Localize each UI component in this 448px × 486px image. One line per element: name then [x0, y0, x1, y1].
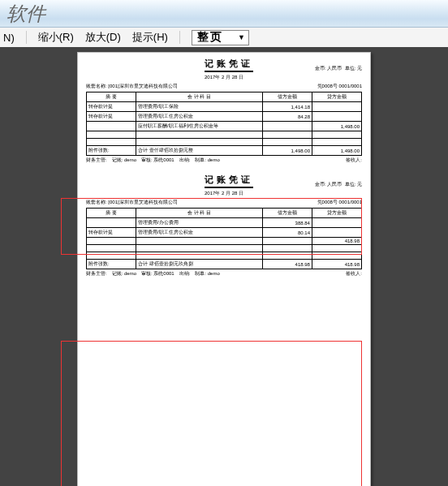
table-row — [87, 139, 362, 146]
voucher-number: 凭0008号 0001/0001 — [317, 199, 362, 206]
zoom-value: 整页 — [197, 30, 231, 45]
table-row — [87, 131, 362, 139]
table-row — [87, 252, 362, 260]
table-row — [87, 245, 362, 252]
col-debit: 借方金额 — [262, 92, 312, 102]
voucher-table-1: 摘 要 会 计 科 目 借方金额 贷方金额 转存款计提管理费用/职工保险1,41… — [86, 92, 362, 156]
menu-shrink[interactable]: 缩小(R) — [38, 30, 74, 45]
zoom-dropdown[interactable]: 整页 ▼ — [192, 30, 249, 45]
table-row: 转存款计提管理费用/职工保险1,414.18 — [87, 102, 362, 112]
separator — [26, 31, 27, 44]
voucher-2: 记账凭证 金币: 人民币 单位: 元 2017年 2 月 28 日 账套名称: … — [86, 174, 362, 277]
table-row: 转存款计提管理费用/职工住房公积金80.14 — [87, 228, 362, 238]
col-subject: 会 计 科 目 — [136, 92, 263, 102]
spacer — [86, 164, 362, 174]
col-summary: 摘 要 — [87, 209, 136, 218]
voucher-currency: 金币: 人民币 单位: 元 — [315, 181, 362, 188]
voucher-date: 2017年 2 月 28 日 — [86, 190, 362, 197]
table-total: 附件张数:合计 肆佰壹拾捌元玖角捌418.98418.98 — [87, 260, 362, 269]
voucher-currency: 金币: 人民币 单位: 元 — [315, 65, 362, 72]
table-row: 管理费用/办公费用388.84 — [87, 218, 362, 228]
table-total: 附件张数:合计 壹仟肆佰玖拾捌元整1,498.001,498.00 — [87, 146, 362, 156]
table-row: 应付职工薪酬/职工福利/住房公积金等1,498.00 — [87, 122, 362, 131]
chevron-down-icon: ▼ — [238, 33, 247, 41]
window-titlebar: 软件 — [0, 0, 448, 28]
voucher-table-2: 摘 要 会 计 科 目 借方金额 贷方金额 管理费用/办公费用388.84 转存… — [86, 208, 362, 269]
voucher-footer-1: 财务主管: 记账: demo 审核: 系统0001 出纳: 制单: demo 签… — [86, 157, 362, 164]
table-header: 摘 要 会 计 科 目 借方金额 贷方金额 — [87, 209, 362, 218]
app-title: 软件 — [6, 1, 45, 27]
voucher-title: 记账凭证 — [205, 174, 253, 188]
col-credit: 贷方金额 — [312, 92, 361, 102]
voucher-number: 凭0008号 0001/0001 — [317, 83, 362, 90]
voucher-date: 2017年 2 月 28 日 — [86, 74, 362, 81]
voucher-title: 记账凭证 — [205, 58, 253, 72]
col-summary: 摘 要 — [87, 92, 136, 102]
preview-stage: 记账凭证 金币: 人民币 单位: 元 2017年 2 月 28 日 账套名称: … — [0, 47, 448, 486]
col-credit: 贷方金额 — [312, 209, 361, 218]
company-name: 账套名称: [001]深圳市里艾迪科技有限公司 — [86, 199, 178, 206]
company-name: 账套名称: [001]深圳市里艾迪科技有限公司 — [86, 83, 178, 90]
table-row: 转存款计提管理费用/职工住房公积金84.28 — [87, 112, 362, 122]
page-inner: 记账凭证 金币: 人民币 单位: 元 2017年 2 月 28 日 账套名称: … — [78, 53, 370, 486]
voucher-1: 记账凭证 金币: 人民币 单位: 元 2017年 2 月 28 日 账套名称: … — [86, 58, 362, 164]
table-header: 摘 要 会 计 科 目 借方金额 贷方金额 — [87, 92, 362, 102]
toolbar: N) 缩小(R) 放大(D) 提示(H) 整页 ▼ — [0, 28, 448, 47]
menu-item-n[interactable]: N) — [3, 32, 15, 44]
menu-enlarge[interactable]: 放大(D) — [85, 30, 121, 45]
menu-hint[interactable]: 提示(H) — [132, 30, 168, 45]
col-subject: 会 计 科 目 — [136, 209, 263, 218]
voucher-footer-2: 财务主管: 记账: demo 审核: 系统0001 出纳: 制单: demo 签… — [86, 270, 362, 277]
table-row: 418.98 — [87, 238, 362, 245]
separator — [179, 31, 180, 44]
col-debit: 借方金额 — [262, 209, 312, 218]
preview-page: 记账凭证 金币: 人民币 单位: 元 2017年 2 月 28 日 账套名称: … — [77, 52, 371, 486]
